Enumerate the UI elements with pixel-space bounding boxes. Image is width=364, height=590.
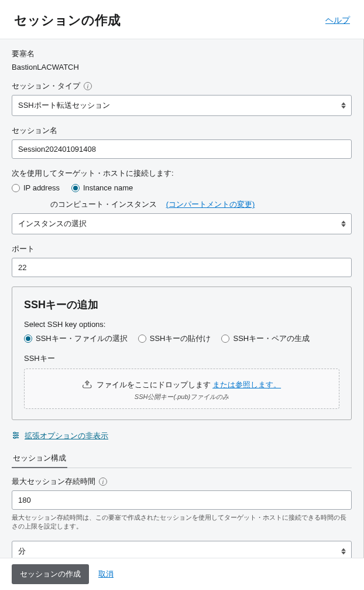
radio-instance-label: Instance name <box>83 183 133 192</box>
session-type-label: セッション・タイプ <box>12 81 80 91</box>
change-compartment-link[interactable]: (コンパートメントの変更) <box>166 199 255 210</box>
radio-ssh-generate[interactable]: SSHキー・ペアの生成 <box>221 333 310 344</box>
create-session-button[interactable]: セッションの作成 <box>12 564 89 584</box>
radio-ssh-paste-label: SSHキーの貼付け <box>150 333 211 344</box>
radio-icon <box>24 335 32 343</box>
ttl-label: 最大セッション存続時間 <box>12 476 95 487</box>
radio-icon <box>138 335 146 343</box>
tab-session-config[interactable]: セッション構成 <box>12 449 67 468</box>
cancel-button[interactable]: 取消 <box>98 569 114 579</box>
session-type-select[interactable]: SSHポート転送セッション <box>12 95 352 116</box>
info-icon[interactable]: i <box>99 478 107 486</box>
ssh-key-dropzone[interactable]: ファイルをここにドロップします または参照します。 SSH公開キー(.pub)フ… <box>24 369 339 409</box>
ttl-unit-value: 分 <box>18 547 26 555</box>
radio-instance-name[interactable]: Instance name <box>71 183 133 192</box>
svg-point-1 <box>14 432 16 434</box>
ssh-key-field-label: SSHキー <box>24 353 339 364</box>
ssh-key-title: SSHキーの追加 <box>24 298 339 312</box>
compartment-name-blank <box>12 204 47 205</box>
compute-instance-select[interactable]: インスタンスの選択 <box>12 213 352 234</box>
radio-ip-label: IP address <box>23 183 60 192</box>
session-name-input[interactable] <box>12 139 352 159</box>
radio-ssh-generate-label: SSHキー・ペアの生成 <box>233 333 310 344</box>
upload-icon <box>83 380 92 390</box>
radio-ip-address[interactable]: IP address <box>12 183 60 192</box>
radio-ssh-choose-file[interactable]: SSHキー・ファイルの選択 <box>24 333 128 344</box>
dialog-header: セッションの作成 ヘルプ <box>0 0 364 39</box>
session-name-label: セッション名 <box>12 125 352 136</box>
bastion-name-value: BastionLACWATCH <box>12 63 352 71</box>
radio-icon <box>71 184 80 192</box>
session-type-value: SSHポート転送セッション <box>18 101 110 110</box>
page-title: セッションの作成 <box>14 12 121 29</box>
compute-instance-placeholder: インスタンスの選択 <box>18 219 87 228</box>
advanced-toggle-label: 拡張オプションの非表示 <box>25 431 108 441</box>
help-link[interactable]: ヘルプ <box>325 15 350 26</box>
svg-point-3 <box>16 434 18 436</box>
dialog-footer: セッションの作成 取消 <box>0 558 364 590</box>
radio-ssh-paste[interactable]: SSHキーの貼付け <box>138 333 211 344</box>
info-icon[interactable]: i <box>84 82 92 90</box>
ssh-options-label: Select SSH key options: <box>24 320 339 329</box>
ttl-help-text: 最大セッション存続時間は、この要塞で作成されたセッションを使用してターゲット・ホ… <box>12 513 352 531</box>
browse-files-link[interactable]: または参照します。 <box>212 380 281 389</box>
radio-icon <box>221 335 229 343</box>
settings-icon <box>12 431 20 441</box>
svg-point-5 <box>14 436 16 438</box>
port-label: ポート <box>12 244 352 254</box>
dropzone-subtext: SSH公開キー(.pub)ファイルのみ <box>32 393 332 401</box>
port-input[interactable] <box>12 258 352 277</box>
radio-ssh-choose-label: SSHキー・ファイルの選択 <box>36 333 128 344</box>
radio-icon <box>12 184 20 192</box>
form-body: 要塞名 BastionLACWATCH セッション・タイプ i SSHポート転送… <box>0 39 364 590</box>
ssh-key-section: SSHキーの追加 Select SSH key options: SSHキー・フ… <box>12 287 352 420</box>
ttl-input[interactable] <box>12 490 352 510</box>
bastion-name-label: 要塞名 <box>12 49 352 59</box>
advanced-options-toggle[interactable]: 拡張オプションの非表示 <box>12 431 352 441</box>
connect-method-label: 次を使用してターゲット・ホストに接続します: <box>12 168 352 179</box>
compute-instance-suffix: のコンピュート・インスタンス <box>50 199 157 210</box>
dropzone-text: ファイルをここにドロップします <box>97 380 213 389</box>
